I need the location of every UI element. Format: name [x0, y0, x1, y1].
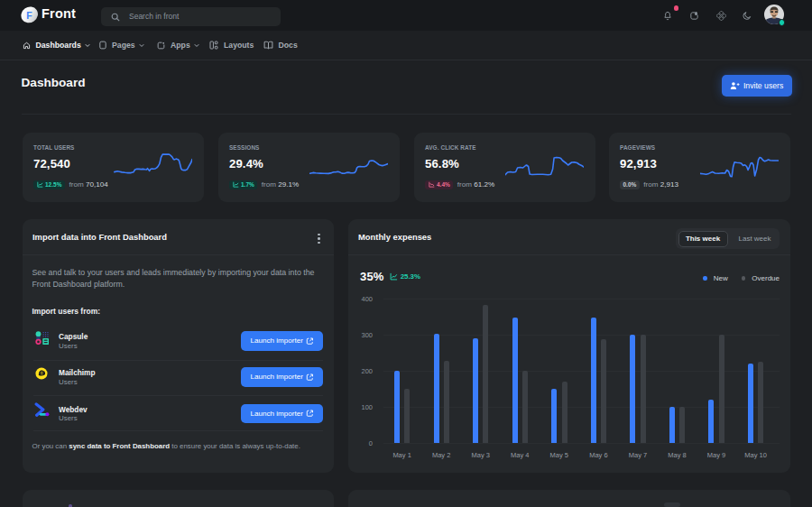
svg-text:F: F	[26, 10, 32, 21]
